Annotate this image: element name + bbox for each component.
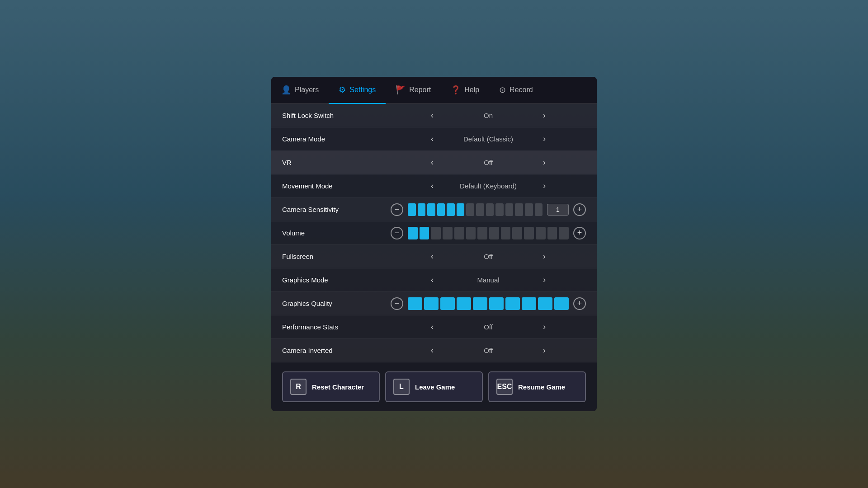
setting-value-camera-inverted: Off xyxy=(443,347,533,354)
action-btn-resume-game[interactable]: ESC Resume Game xyxy=(488,371,586,402)
slider-plus-graphics-quality[interactable]: + xyxy=(573,297,586,310)
bar-9 xyxy=(512,227,522,239)
bar-9 xyxy=(554,297,569,310)
bar-8 xyxy=(538,297,552,310)
setting-row-fullscreen: Fullscreen ‹ Off › xyxy=(271,245,597,268)
tab-icon-players: 👤 xyxy=(281,85,291,95)
arrow-left-vr[interactable]: ‹ xyxy=(427,158,438,167)
setting-label-shift-lock-switch: Shift Lock Switch xyxy=(282,112,391,119)
setting-control-camera-inverted: ‹ Off › xyxy=(391,346,586,355)
slider-minus-camera-sensitivity[interactable]: − xyxy=(391,203,403,216)
slider-input-camera-sensitivity[interactable] xyxy=(547,204,569,216)
bar-4 xyxy=(454,227,464,239)
bar-8 xyxy=(486,203,494,216)
bar-13 xyxy=(559,227,569,239)
bar-0 xyxy=(408,227,418,239)
bar-12 xyxy=(547,227,557,239)
bar-5 xyxy=(457,203,465,216)
slider-minus-volume[interactable]: − xyxy=(391,227,403,239)
setting-control-movement-mode: ‹ Default (Keyboard) › xyxy=(391,181,586,191)
setting-control-graphics-mode: ‹ Manual › xyxy=(391,275,586,285)
settings-body: Shift Lock Switch ‹ On › Camera Mode ‹ D… xyxy=(271,104,597,362)
arrow-left-camera-mode[interactable]: ‹ xyxy=(427,134,438,144)
tab-label-settings: Settings xyxy=(349,86,376,94)
setting-value-performance-stats: Off xyxy=(443,323,533,331)
bar-2 xyxy=(440,297,455,310)
tab-label-report: Report xyxy=(409,86,431,94)
setting-label-movement-mode: Movement Mode xyxy=(282,182,391,190)
arrow-right-performance-stats[interactable]: › xyxy=(539,322,550,332)
tab-settings[interactable]: ⚙ Settings xyxy=(329,77,386,103)
arrow-right-movement-mode[interactable]: › xyxy=(539,181,550,191)
bar-6 xyxy=(477,227,487,239)
action-btn-label-resume-game: Resume Game xyxy=(518,383,565,391)
action-btn-leave-game[interactable]: L Leave Game xyxy=(385,371,483,402)
tab-players[interactable]: 👤 Players xyxy=(271,77,329,103)
setting-row-camera-sensitivity: Camera Sensitivity − + xyxy=(271,198,597,221)
bar-11 xyxy=(515,203,523,216)
slider-plus-camera-sensitivity[interactable]: + xyxy=(573,203,586,216)
arrow-left-movement-mode[interactable]: ‹ xyxy=(427,181,438,191)
setting-row-graphics-quality: Graphics Quality − + xyxy=(271,292,597,315)
setting-label-graphics-mode: Graphics Mode xyxy=(282,276,391,284)
bar-2 xyxy=(431,227,441,239)
setting-value-camera-mode: Default (Classic) xyxy=(443,135,533,143)
slider-bars-volume xyxy=(408,227,569,239)
key-badge-resume-game: ESC xyxy=(496,379,513,395)
setting-control-shift-lock-switch: ‹ On › xyxy=(391,111,586,120)
slider-bars-camera-sensitivity xyxy=(408,203,542,216)
bar-1 xyxy=(424,297,439,310)
tab-help[interactable]: ❓ Help xyxy=(441,77,489,103)
slider-container-camera-sensitivity: − + xyxy=(391,203,586,216)
arrow-right-camera-inverted[interactable]: › xyxy=(539,346,550,355)
key-badge-leave-game: L xyxy=(393,379,410,395)
slider-plus-volume[interactable]: + xyxy=(573,227,586,239)
tab-icon-help: ❓ xyxy=(451,85,461,95)
setting-control-volume: − + xyxy=(391,227,586,239)
arrow-left-graphics-mode[interactable]: ‹ xyxy=(427,275,438,285)
tab-record[interactable]: ⊙ Record xyxy=(489,77,543,103)
setting-label-camera-sensitivity: Camera Sensitivity xyxy=(282,206,391,213)
slider-bars-graphics-quality xyxy=(408,297,569,310)
setting-value-vr: Off xyxy=(443,159,533,166)
setting-row-camera-inverted: Camera Inverted ‹ Off › xyxy=(271,339,597,362)
bar-4 xyxy=(473,297,487,310)
bar-3 xyxy=(457,297,471,310)
tab-icon-report: 🚩 xyxy=(396,85,406,95)
tab-label-players: Players xyxy=(295,86,319,94)
arrow-left-camera-inverted[interactable]: ‹ xyxy=(427,346,438,355)
tab-label-record: Record xyxy=(509,86,533,94)
bar-6 xyxy=(505,297,520,310)
bar-1 xyxy=(418,203,426,216)
slider-minus-graphics-quality[interactable]: − xyxy=(391,297,403,310)
bar-10 xyxy=(524,227,534,239)
setting-control-camera-sensitivity: − + xyxy=(391,203,586,216)
arrow-left-fullscreen[interactable]: ‹ xyxy=(427,252,438,261)
bar-13 xyxy=(535,203,543,216)
setting-label-performance-stats: Performance Stats xyxy=(282,323,391,331)
setting-row-graphics-mode: Graphics Mode ‹ Manual › xyxy=(271,268,597,292)
setting-label-graphics-quality: Graphics Quality xyxy=(282,300,391,307)
key-badge-reset-character: R xyxy=(290,379,307,395)
setting-value-shift-lock-switch: On xyxy=(443,112,533,119)
setting-control-camera-mode: ‹ Default (Classic) › xyxy=(391,134,586,144)
arrow-right-camera-mode[interactable]: › xyxy=(539,134,550,144)
tab-label-help: Help xyxy=(464,86,479,94)
action-btn-reset-character[interactable]: R Reset Character xyxy=(282,371,380,402)
arrow-left-performance-stats[interactable]: ‹ xyxy=(427,322,438,332)
tab-report[interactable]: 🚩 Report xyxy=(386,77,441,103)
arrow-right-vr[interactable]: › xyxy=(539,158,550,167)
tab-icon-settings: ⚙ xyxy=(339,85,346,95)
setting-row-volume: Volume − + xyxy=(271,221,597,245)
bar-1 xyxy=(420,227,429,239)
arrow-left-shift-lock-switch[interactable]: ‹ xyxy=(427,111,438,120)
setting-row-vr: VR ‹ Off › xyxy=(271,151,597,174)
setting-label-camera-inverted: Camera Inverted xyxy=(282,347,391,354)
tab-bar: 👤 Players ⚙ Settings 🚩 Report ❓ Help ⊙ R… xyxy=(271,77,597,104)
setting-control-vr: ‹ Off › xyxy=(391,158,586,167)
slider-container-volume: − + xyxy=(391,227,586,239)
bar-11 xyxy=(536,227,546,239)
arrow-right-fullscreen[interactable]: › xyxy=(539,252,550,261)
arrow-right-graphics-mode[interactable]: › xyxy=(539,275,550,285)
arrow-right-shift-lock-switch[interactable]: › xyxy=(539,111,550,120)
